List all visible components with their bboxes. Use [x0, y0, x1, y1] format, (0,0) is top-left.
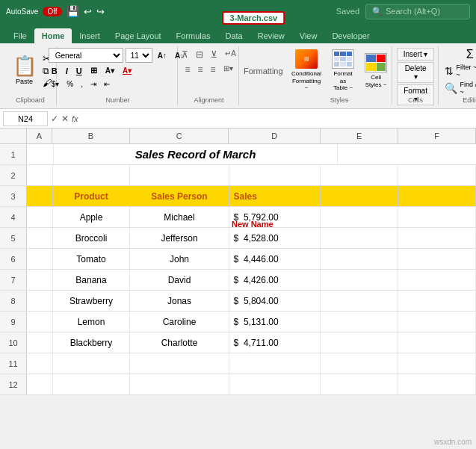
- cell-c12[interactable]: [130, 374, 229, 394]
- cell-e5[interactable]: [321, 228, 398, 248]
- merge-icon[interactable]: ⊞▾: [220, 63, 236, 76]
- tab-page-layout[interactable]: Page Layout: [108, 28, 169, 43]
- cell-b11[interactable]: [53, 353, 131, 374]
- cell-e12[interactable]: [321, 374, 398, 394]
- cell-d5[interactable]: $ 4,528.00: [229, 228, 321, 248]
- cell-a6[interactable]: [27, 249, 53, 269]
- cell-e7[interactable]: [321, 270, 398, 290]
- cell-reference-input[interactable]: [3, 111, 48, 126]
- cell-e4[interactable]: [321, 207, 398, 227]
- row-num-11[interactable]: 11: [0, 353, 27, 374]
- decrease-decimal-button[interactable]: ⇤: [101, 78, 113, 90]
- increase-font-button[interactable]: A↑: [155, 50, 170, 61]
- underline-button[interactable]: U: [73, 65, 85, 77]
- cell-d3-header[interactable]: Sales: [229, 186, 321, 206]
- tab-developer[interactable]: Developer: [324, 28, 377, 43]
- percent-button[interactable]: %: [64, 78, 76, 90]
- redo-icon[interactable]: ↪: [96, 6, 105, 17]
- sort-filter-icon[interactable]: ⇅: [445, 65, 454, 77]
- delete-button[interactable]: Delete ▾: [397, 62, 434, 83]
- formula-input[interactable]: [81, 114, 473, 124]
- cell-a11[interactable]: [27, 353, 53, 374]
- tab-data[interactable]: Data: [217, 28, 250, 43]
- find-icon[interactable]: 🔍: [445, 82, 457, 94]
- font-name-select[interactable]: General Calibri Arial: [49, 48, 123, 63]
- cell-a3[interactable]: [27, 186, 53, 206]
- col-header-a[interactable]: A: [27, 128, 52, 143]
- search-box[interactable]: 🔍: [365, 4, 470, 19]
- autosave-toggle[interactable]: Off: [43, 7, 61, 16]
- cell-c6[interactable]: John: [130, 249, 229, 269]
- cell-b4[interactable]: Apple: [53, 207, 131, 227]
- cell-f8[interactable]: [398, 291, 476, 311]
- cell-d8[interactable]: $ 5,804.00: [229, 291, 321, 311]
- cell-a2[interactable]: [27, 165, 53, 185]
- cell-f2[interactable]: [398, 165, 476, 185]
- tab-file[interactable]: File: [6, 28, 34, 43]
- cell-a8[interactable]: [27, 291, 53, 311]
- font-size-select[interactable]: 11 12: [126, 48, 152, 63]
- cell-c11[interactable]: [130, 353, 229, 374]
- row-num-6[interactable]: 6: [0, 249, 27, 269]
- col-header-e[interactable]: E: [321, 128, 398, 143]
- cell-f3[interactable]: [398, 186, 476, 206]
- cell-b3-header[interactable]: Product: [53, 186, 131, 206]
- col-header-c[interactable]: C: [130, 128, 229, 143]
- row-num-12[interactable]: 12: [0, 374, 27, 394]
- border-button[interactable]: ⊞: [87, 64, 100, 77]
- cell-f6[interactable]: [398, 249, 476, 269]
- cell-d2[interactable]: [229, 165, 321, 185]
- search-input[interactable]: [386, 7, 460, 16]
- cell-b8[interactable]: Strawberry: [53, 291, 131, 311]
- cell-f4[interactable]: [398, 207, 476, 227]
- cell-a12[interactable]: [27, 374, 53, 394]
- cell-d12[interactable]: [229, 374, 321, 394]
- cell-f9[interactable]: [398, 312, 476, 332]
- format-table-button[interactable]: Format asTable ~: [327, 48, 359, 93]
- paste-button[interactable]: 📋 Paste: [10, 53, 40, 87]
- cell-a5[interactable]: [27, 228, 53, 248]
- cell-c7[interactable]: David: [130, 270, 229, 290]
- cell-a9[interactable]: [27, 312, 53, 332]
- accounting-button[interactable]: $▾: [49, 78, 63, 90]
- cell-b6[interactable]: Tomato: [53, 249, 131, 269]
- tab-view[interactable]: View: [292, 28, 325, 43]
- row-num-4[interactable]: 4: [0, 207, 27, 227]
- wrap-text-icon[interactable]: ↵A: [222, 48, 239, 61]
- cell-f5[interactable]: [398, 228, 476, 248]
- formula-check-icon[interactable]: ✓: [51, 114, 58, 124]
- conditional-formatting-button[interactable]: ▤ ConditionalFormatting ~: [287, 48, 326, 93]
- tab-formulas[interactable]: Formulas: [169, 28, 218, 43]
- cell-d6[interactable]: $ 4,446.00: [229, 249, 321, 269]
- cell-f7[interactable]: [398, 270, 476, 290]
- cell-d7[interactable]: $ 4,426.00: [229, 270, 321, 290]
- align-top-icon[interactable]: ⊼: [179, 48, 191, 61]
- row-num-5[interactable]: 5: [0, 228, 27, 248]
- cell-d9[interactable]: $ 5,131.00: [229, 312, 321, 332]
- cell-e2[interactable]: [321, 165, 398, 185]
- fill-color-button[interactable]: A▾: [102, 65, 117, 76]
- col-header-d[interactable]: D: [229, 128, 321, 143]
- row-num-1[interactable]: 1: [0, 144, 27, 164]
- comma-button[interactable]: ,: [78, 78, 86, 90]
- find-select-label[interactable]: Find & Select ~: [460, 81, 476, 96]
- undo-icon[interactable]: ↩: [84, 6, 92, 17]
- cell-a7[interactable]: [27, 270, 53, 290]
- cell-c3-header[interactable]: Sales Person: [130, 186, 229, 206]
- cell-a4[interactable]: [27, 207, 53, 227]
- cell-c5[interactable]: Jefferson: [130, 228, 229, 248]
- cell-e3[interactable]: [321, 186, 398, 206]
- cell-d10[interactable]: $ 4,711.00: [229, 332, 321, 353]
- cell-a10[interactable]: [27, 332, 53, 353]
- italic-button[interactable]: I: [63, 65, 71, 77]
- cell-c2[interactable]: [130, 165, 229, 185]
- row-num-10[interactable]: 10: [0, 332, 27, 353]
- cell-c8[interactable]: Jonas: [130, 291, 229, 311]
- save-icon[interactable]: 💾: [67, 5, 79, 17]
- cell-f12[interactable]: [398, 374, 476, 394]
- cell-b12[interactable]: [53, 374, 131, 394]
- cell-b10[interactable]: Blackberry: [53, 332, 131, 353]
- increase-decimal-button[interactable]: ⇥: [87, 78, 99, 90]
- cell-f11[interactable]: [398, 353, 476, 374]
- cell-b5[interactable]: Broccoli: [53, 228, 131, 248]
